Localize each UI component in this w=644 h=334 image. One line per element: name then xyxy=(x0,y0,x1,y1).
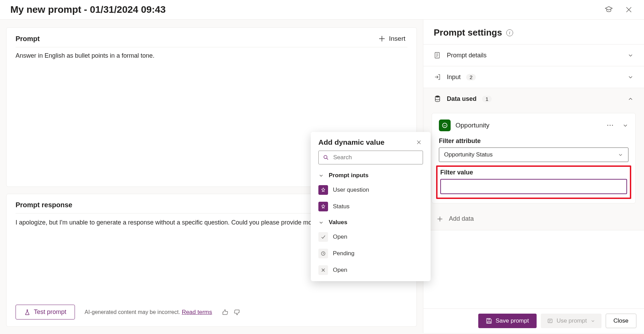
footer-bar: Save prompt Use prompt Close xyxy=(423,308,644,333)
use-prompt-button[interactable]: Use prompt xyxy=(541,314,602,328)
database-icon xyxy=(434,95,441,103)
thumbs-down-icon[interactable] xyxy=(233,309,240,316)
response-card-title: Prompt response xyxy=(16,201,72,209)
app-header: My new prompt - 01/31/2024 09:43 xyxy=(0,0,644,20)
popup-section-inputs[interactable]: Prompt inputs xyxy=(311,168,431,182)
x-icon xyxy=(318,265,328,275)
svg-rect-13 xyxy=(488,318,490,320)
chevron-down-icon xyxy=(318,173,324,178)
popup-search-box[interactable] xyxy=(318,151,423,164)
add-dynamic-value-popup: Add dynamic value Prompt inputs User que… xyxy=(311,132,431,281)
popup-close-icon[interactable] xyxy=(415,138,423,146)
svg-point-19 xyxy=(324,155,327,159)
filter-attribute-value: Opportunity Status xyxy=(444,151,493,158)
filter-value-label: Filter value xyxy=(440,169,627,176)
feedback-icons xyxy=(222,309,240,316)
check-icon xyxy=(318,232,328,242)
chevron-down-icon xyxy=(627,52,634,58)
filter-attribute-label: Filter attribute xyxy=(439,137,628,145)
add-data-label: Add data xyxy=(449,215,474,222)
filter-value-input[interactable] xyxy=(440,179,627,194)
svg-point-8 xyxy=(435,96,440,98)
add-data-button[interactable]: Add data xyxy=(423,209,644,230)
close-icon[interactable] xyxy=(624,5,634,15)
close-button[interactable]: Close xyxy=(606,314,636,328)
popup-value-open-1[interactable]: Open xyxy=(311,229,431,245)
data-used-label: Data used xyxy=(447,95,477,103)
settings-header: Prompt settings i xyxy=(423,20,644,45)
save-icon xyxy=(486,318,492,324)
popup-value-pending[interactable]: Pending xyxy=(311,245,431,262)
disclaimer-text: AI-generated content may be incorrect. R… xyxy=(85,309,212,316)
input-chip-icon xyxy=(318,185,328,195)
chevron-down-icon xyxy=(627,74,634,80)
chevron-up-icon xyxy=(627,96,634,102)
settings-title: Prompt settings xyxy=(434,27,502,38)
prompt-details-row[interactable]: Prompt details xyxy=(423,45,644,66)
insert-button[interactable]: Insert xyxy=(376,35,407,43)
prompt-card-header: Prompt Insert xyxy=(16,35,407,47)
test-prompt-label: Test prompt xyxy=(34,308,66,316)
flask-icon xyxy=(24,309,30,315)
chevron-down-icon[interactable] xyxy=(622,122,628,128)
input-count-badge: 2 xyxy=(466,74,476,80)
popup-title: Add dynamic value xyxy=(318,138,384,146)
popup-item-user-question[interactable]: User question xyxy=(311,182,431,198)
use-icon xyxy=(547,318,553,324)
opportunity-header: Opportunity ··· xyxy=(439,120,628,131)
details-icon xyxy=(434,51,441,59)
popup-value-open-2[interactable]: Open xyxy=(311,262,431,278)
learn-icon[interactable] xyxy=(603,4,614,15)
header-actions xyxy=(603,4,634,15)
data-used-section: Data used 1 Opportunity ··· xyxy=(423,88,644,230)
popup-section-values[interactable]: Values xyxy=(311,215,431,229)
thumbs-up-icon[interactable] xyxy=(222,309,229,316)
filter-attribute-select[interactable]: Opportunity Status xyxy=(439,147,628,162)
plus-icon xyxy=(378,35,385,42)
plus-icon xyxy=(436,216,443,222)
chevron-down-icon xyxy=(318,220,324,225)
input-chip-icon xyxy=(318,202,328,211)
close-label: Close xyxy=(614,317,628,324)
chevron-down-icon xyxy=(590,318,595,323)
more-icon[interactable]: ··· xyxy=(607,122,614,129)
test-prompt-button[interactable]: Test prompt xyxy=(16,305,75,319)
save-prompt-label: Save prompt xyxy=(496,317,529,324)
data-used-count-badge: 1 xyxy=(482,96,492,102)
prompt-details-label: Prompt details xyxy=(447,52,487,59)
save-prompt-button[interactable]: Save prompt xyxy=(478,314,536,328)
svg-rect-12 xyxy=(488,322,491,323)
input-label: Input xyxy=(447,74,461,81)
opportunity-icon xyxy=(439,120,451,131)
svg-rect-14 xyxy=(548,319,552,323)
svg-line-20 xyxy=(327,158,328,160)
input-icon xyxy=(434,73,441,81)
read-terms-link[interactable]: Read terms xyxy=(182,309,212,315)
opportunity-label: Opportunity xyxy=(455,122,489,129)
use-prompt-label: Use prompt xyxy=(557,317,587,324)
page-title: My new prompt - 01/31/2024 09:43 xyxy=(10,4,166,15)
input-row[interactable]: Input 2 xyxy=(423,66,644,88)
settings-panel: Prompt settings i Prompt details Input 2 xyxy=(423,20,644,333)
data-used-header[interactable]: Data used 1 xyxy=(423,88,644,109)
opportunity-card: Opportunity ··· Filter attribute Opportu… xyxy=(432,113,636,203)
svg-point-9 xyxy=(442,123,447,127)
response-footer: Test prompt AI-generated content may be … xyxy=(16,298,407,319)
info-icon[interactable]: i xyxy=(506,29,513,36)
popup-search-input[interactable] xyxy=(333,154,419,161)
prompt-card-title: Prompt xyxy=(16,35,40,43)
chevron-down-icon xyxy=(618,152,623,158)
insert-label: Insert xyxy=(389,35,405,42)
popup-item-status[interactable]: Status xyxy=(311,198,431,215)
search-icon xyxy=(323,154,329,161)
disclaimer: AI-generated content may be incorrect. xyxy=(85,309,180,315)
clock-icon xyxy=(318,249,328,258)
filter-value-highlight: Filter value xyxy=(436,165,631,199)
